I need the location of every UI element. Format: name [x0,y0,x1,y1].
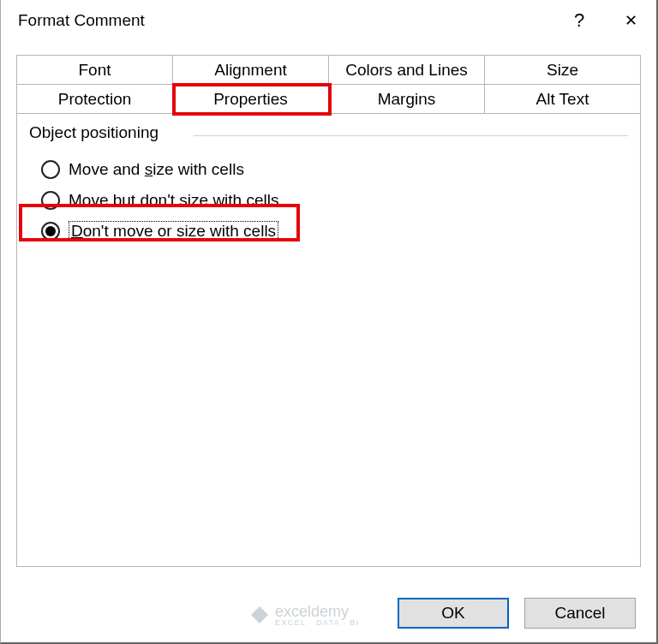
object-positioning-legend: Object positioning [29,123,164,142]
help-button[interactable]: ? [553,0,605,41]
tab-size-label: Size [547,61,578,80]
radio2-accel: M [69,191,82,209]
radio3-accel: D [71,222,83,240]
radio3-post: on't move or size with cells [83,222,276,240]
radio1-post: ize with cells [153,160,244,178]
focus-rectangle: Don't move or size with cells [69,221,278,242]
tab-row-2: Protection Properties Margins Alt Text [16,84,641,114]
tab-alt-text[interactable]: Alt Text [484,84,641,114]
tab-alignment[interactable]: Alignment [172,55,329,85]
cancel-button-label: Cancel [554,604,605,623]
cancel-button[interactable]: Cancel [524,598,636,629]
radio1-pre: Move and [69,160,145,178]
ok-button-label: OK [441,604,464,623]
tab-strip: Font Alignment Colors and Lines Size Pro… [16,55,641,567]
help-icon: ? [574,9,584,32]
tab-alttext-label: Alt Text [536,90,589,109]
tab-protection[interactable]: Protection [16,84,173,114]
radio-dont-move-or-size-label: Don't move or size with cells [69,221,278,242]
radio-icon [41,160,60,179]
ok-button[interactable]: OK [398,598,509,629]
tab-size[interactable]: Size [484,55,641,85]
close-button[interactable]: ✕ [605,0,656,41]
titlebar: Format Comment ? ✕ [1,0,656,41]
fieldset-divider [194,135,628,136]
radio-move-and-size-label: Move and size with cells [69,160,244,179]
close-icon: ✕ [625,11,637,30]
radio-icon-checked [41,222,60,241]
tab-protection-label: Protection [58,90,132,109]
radio-dont-move-or-size[interactable]: Don't move or size with cells [41,216,628,247]
tab-properties[interactable]: Properties [172,84,329,114]
tab-content-properties: Object positioning Move and size with ce… [16,113,641,567]
tab-colors-and-lines[interactable]: Colors and Lines [328,55,485,85]
radio-move-no-size[interactable]: Move but don't size with cells [41,185,628,216]
tab-properties-label: Properties [213,90,288,109]
radio2-post: ove but don't size with cells [82,191,279,209]
object-positioning-group: Move and size with cells Move but don't … [41,154,628,247]
radio-move-no-size-label: Move but don't size with cells [69,191,278,210]
tab-colors-label: Colors and Lines [345,61,468,80]
tab-margins[interactable]: Margins [328,84,485,114]
tab-font-label: Font [78,61,111,80]
tab-row-1: Font Alignment Colors and Lines Size [16,55,641,85]
tab-font[interactable]: Font [16,55,173,85]
dialog-title: Format Comment [18,11,553,30]
watermark-text: exceldemy EXCEL · DATA · BI [275,603,360,627]
exceldemy-watermark: exceldemy EXCEL · DATA · BI [251,603,360,627]
watermark-brand: exceldemy [275,603,360,621]
tab-alignment-label: Alignment [214,61,287,80]
radio-icon [41,191,60,210]
exceldemy-logo-icon [251,606,268,623]
radio-move-and-size[interactable]: Move and size with cells [41,154,628,185]
radio1-accel: s [145,160,153,178]
tab-margins-label: Margins [378,90,436,109]
watermark-sub: EXCEL · DATA · BI [275,619,360,627]
dialog-button-row: OK Cancel [398,598,636,629]
format-comment-dialog: Format Comment ? ✕ Font Alignment Colors… [0,0,658,644]
